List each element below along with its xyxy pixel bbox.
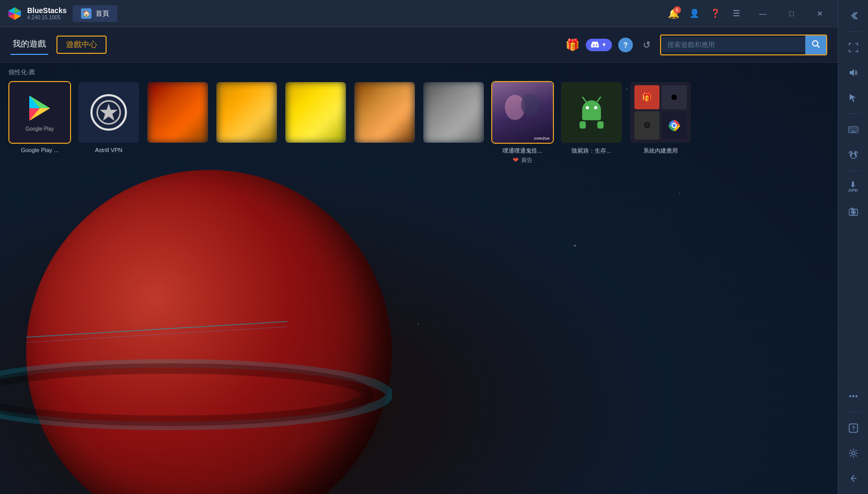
title-bar: BlueStacks 4.240.15.1005 🏠 首頁 🔔 6 👤 ❓ ☰ … bbox=[0, 0, 838, 27]
sidebar-divider-3 bbox=[846, 170, 861, 171]
blurred-icon-1 bbox=[147, 81, 208, 144]
blurred-icon-2 bbox=[216, 81, 277, 144]
sidebar-divider-4 bbox=[846, 412, 861, 412]
astrill-vpn-icon bbox=[78, 81, 139, 144]
svg-line-43 bbox=[583, 97, 586, 101]
install-apk-button[interactable]: ⬇ APK bbox=[842, 175, 865, 198]
keyboard-button[interactable] bbox=[842, 118, 865, 141]
app-android[interactable]: 陰屍路：生存... bbox=[560, 81, 623, 155]
ad-badge: ❤ 廣告 bbox=[513, 156, 533, 164]
google-play-svg bbox=[25, 94, 54, 123]
close-button[interactable]: ✕ bbox=[808, 0, 831, 27]
app-system[interactable]: 🎁 ⏺ ⚙ bbox=[629, 81, 692, 155]
android-label: 陰屍路：生存... bbox=[572, 147, 611, 155]
bluestacks-logo-area: BlueStacks 4.240.15.1005 bbox=[6, 5, 66, 22]
tab-game-center[interactable]: 遊戲中心 bbox=[56, 36, 107, 54]
svg-point-76 bbox=[852, 452, 855, 455]
svg-point-21 bbox=[0, 369, 368, 421]
maximize-button[interactable]: □ bbox=[781, 0, 802, 27]
discord-button[interactable]: ▼ bbox=[586, 39, 612, 51]
com2us-icon: com2us bbox=[492, 81, 553, 144]
blurred-icon-5 bbox=[423, 81, 484, 144]
astrill-label: Astrill VPN bbox=[95, 147, 123, 153]
blurred-4-wrapper bbox=[353, 81, 416, 144]
search-input[interactable] bbox=[661, 37, 805, 52]
notification-badge: 6 bbox=[674, 6, 681, 14]
more-options-button[interactable] bbox=[842, 385, 865, 408]
app-astrill-vpn[interactable]: Astrill VPN bbox=[77, 81, 140, 153]
svg-point-18 bbox=[574, 245, 576, 247]
blurred-5-wrapper bbox=[422, 81, 485, 144]
system-icon-wrapper: 🎁 ⏺ ⚙ bbox=[629, 81, 692, 144]
system-builtin-icon: 🎁 ⏺ ⚙ bbox=[630, 81, 691, 144]
help-button[interactable]: ❓ bbox=[707, 5, 724, 22]
sys-camera-icon: ⏺ bbox=[662, 85, 687, 109]
account-button[interactable]: 👤 bbox=[686, 5, 703, 22]
home-tab[interactable]: 🏠 首頁 bbox=[73, 5, 118, 22]
google-play-icon-wrapper: Google Play bbox=[8, 81, 71, 144]
svg-rect-45 bbox=[580, 121, 586, 129]
menu-button[interactable]: ☰ bbox=[728, 5, 745, 22]
sidebar-divider-1 bbox=[846, 31, 861, 32]
svg-point-7 bbox=[813, 41, 818, 46]
gift-button[interactable]: 🎁 bbox=[565, 38, 580, 52]
app-blurred-2[interactable] bbox=[215, 81, 278, 147]
blurred-2-wrapper bbox=[215, 81, 278, 144]
app-google-play[interactable]: Google Play Google Play ... bbox=[8, 81, 71, 153]
toolbar-help-button[interactable]: ? bbox=[618, 38, 633, 52]
app-blurred-5[interactable] bbox=[422, 81, 485, 147]
svg-point-71 bbox=[849, 395, 851, 397]
title-controls: 🔔 6 👤 ❓ ☰ bbox=[665, 5, 745, 22]
sys-gear-icon: ⚙ bbox=[634, 111, 659, 140]
volume-button[interactable] bbox=[842, 61, 865, 84]
screenshot-button[interactable] bbox=[842, 200, 865, 223]
svg-point-42 bbox=[594, 106, 597, 109]
brand-name: BlueStacks bbox=[27, 6, 66, 15]
svg-marker-36 bbox=[100, 104, 118, 121]
app-blurred-4[interactable] bbox=[353, 81, 416, 147]
app-blurred-3[interactable] bbox=[284, 81, 347, 147]
android-robot-svg bbox=[573, 94, 610, 131]
svg-point-65 bbox=[854, 154, 855, 155]
svg-line-8 bbox=[817, 45, 819, 48]
sidebar-help-button[interactable]: ? bbox=[842, 417, 865, 440]
astrill-icon-wrapper bbox=[77, 81, 140, 144]
collapse-sidebar-button[interactable] bbox=[842, 4, 865, 27]
svg-text:?: ? bbox=[851, 425, 855, 431]
app-blurred-1[interactable] bbox=[146, 81, 209, 147]
back-button[interactable] bbox=[842, 467, 865, 490]
app-com2us[interactable]: com2us 噗通噗通鬼怪... ❤ 廣告 bbox=[491, 81, 554, 164]
apps-row: Google Play Google Play ... bbox=[8, 81, 829, 164]
astrill-star-icon bbox=[90, 94, 127, 131]
discord-chevron-icon: ▼ bbox=[601, 42, 607, 48]
android-game-icon bbox=[561, 81, 622, 144]
blurred-3-wrapper bbox=[284, 81, 347, 144]
svg-point-72 bbox=[852, 395, 854, 397]
fullscreen-icon bbox=[849, 43, 858, 52]
back-icon bbox=[850, 474, 857, 482]
svg-point-17 bbox=[418, 324, 419, 325]
apk-icon: ⬇ APK bbox=[848, 181, 858, 193]
controller-button[interactable] bbox=[842, 143, 865, 166]
section-label: 個性化·薦 bbox=[8, 68, 829, 77]
heart-icon: ❤ bbox=[513, 156, 519, 164]
settings-button[interactable] bbox=[842, 442, 865, 465]
search-button[interactable] bbox=[805, 36, 826, 54]
svg-marker-51 bbox=[850, 94, 856, 102]
cursor-mode-button[interactable] bbox=[842, 86, 865, 109]
sidebar-help-icon: ? bbox=[849, 423, 858, 433]
cursor-icon bbox=[849, 93, 858, 102]
minimize-button[interactable]: — bbox=[751, 0, 775, 27]
svg-rect-40 bbox=[582, 110, 601, 120]
tab-my-games[interactable]: 我的遊戲 bbox=[10, 35, 48, 55]
fullscreen-button[interactable] bbox=[842, 36, 865, 59]
svg-marker-50 bbox=[850, 69, 854, 76]
screenshot-icon bbox=[849, 208, 858, 216]
chrome-svg bbox=[667, 118, 681, 133]
refresh-button[interactable]: ↺ bbox=[639, 38, 654, 52]
discord-icon bbox=[591, 41, 599, 49]
right-sidebar: ⬇ APK ? bbox=[838, 0, 868, 494]
notification-button[interactable]: 🔔 6 bbox=[665, 5, 682, 22]
com2us-logo-text: com2us bbox=[534, 136, 550, 141]
apps-section: 個性化·薦 bbox=[0, 63, 838, 169]
